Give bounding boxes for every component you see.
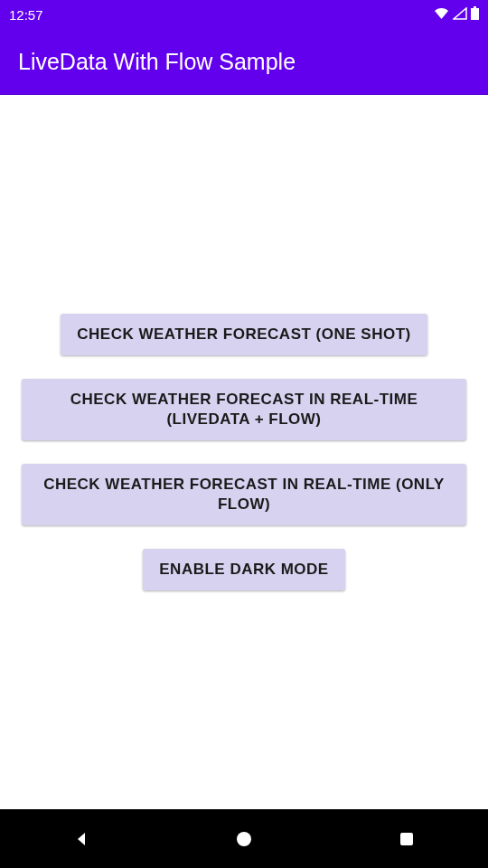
cell-signal-icon [453,7,467,23]
main-content: CHECK WEATHER FORECAST (ONE SHOT) CHECK … [0,95,488,809]
recent-icon [399,831,415,847]
battery-icon [471,6,479,23]
status-time: 12:57 [9,7,43,23]
nav-recent-button[interactable] [371,821,443,857]
check-forecast-livedata-flow-button[interactable]: CHECK WEATHER FORECAST IN REAL-TIME (LIV… [22,379,466,440]
svg-rect-3 [400,833,413,845]
home-icon [235,830,253,848]
nav-back-button[interactable] [45,821,117,857]
enable-dark-mode-button[interactable]: ENABLE DARK MODE [143,549,344,590]
svg-point-2 [237,832,251,846]
status-icons [434,6,479,23]
app-bar: LiveData With Flow Sample [0,29,488,95]
navigation-bar [0,809,488,868]
back-icon [72,830,90,848]
svg-rect-0 [471,8,479,20]
check-forecast-only-flow-button[interactable]: CHECK WEATHER FORECAST IN REAL-TIME (ONL… [22,464,466,525]
check-forecast-one-shot-button[interactable]: CHECK WEATHER FORECAST (ONE SHOT) [61,314,427,355]
svg-rect-1 [474,6,476,8]
status-bar: 12:57 [0,0,488,29]
page-title: LiveData With Flow Sample [18,49,296,75]
wifi-icon [434,7,449,23]
nav-home-button[interactable] [208,821,280,857]
